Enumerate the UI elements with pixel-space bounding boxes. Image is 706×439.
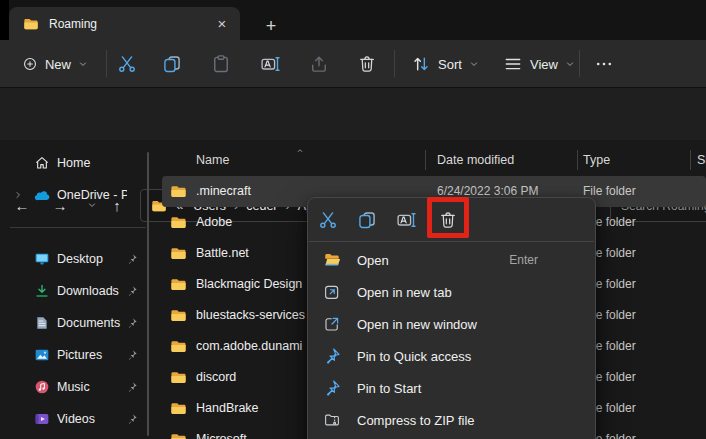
window-edge [0, 0, 9, 40]
music-icon [34, 379, 50, 395]
copy-icon [357, 210, 377, 230]
sidebar-item-label: Home [57, 147, 127, 179]
folder-icon [170, 400, 187, 417]
sidebar-item-label: Music [57, 371, 127, 403]
sidebar-item-onedrive-perso[interactable]: OneDrive - Perso [4, 179, 145, 211]
copy-icon [162, 54, 182, 74]
toolbar-divider [579, 50, 580, 77]
delete-button[interactable] [349, 48, 385, 80]
menu-item-label: Pin to Start [357, 381, 421, 396]
sort-arrows-icon [411, 54, 431, 74]
sidebar-item-label: Documents [57, 307, 127, 339]
sidebar-item-pictures[interactable]: Pictures [4, 339, 145, 371]
column-header-date-modified[interactable]: Date modified [437, 153, 514, 167]
sidebar-item-documents[interactable]: Documents [4, 307, 145, 339]
menu-item-label: Open in new window [357, 317, 477, 332]
folder-icon [170, 369, 187, 386]
pin-outline-icon [323, 379, 341, 397]
share-button[interactable] [301, 48, 337, 80]
sidebar-item-downloads[interactable]: Downloads [4, 275, 145, 307]
chevron-down-icon [565, 59, 575, 69]
pin-blue-icon [323, 347, 341, 365]
close-tab-icon[interactable]: × [210, 12, 234, 36]
onedrive-icon [34, 187, 50, 203]
menu-item-open[interactable]: OpenEnter [313, 244, 590, 276]
folder-icon [170, 338, 187, 355]
menu-item-open-in-new-tab[interactable]: Open in new tab [313, 276, 590, 308]
sidebar-item-music[interactable]: Music [4, 371, 145, 403]
toolbar-divider [394, 50, 395, 77]
new-button[interactable]: New [12, 48, 98, 80]
menu-item-pin-to-quick-access[interactable]: Pin to Quick access [313, 340, 590, 372]
folder-icon [170, 183, 187, 200]
folder-icon [170, 431, 187, 439]
pin-icon [126, 413, 138, 425]
sort-button[interactable]: Sort [403, 48, 487, 80]
file-name: discord [196, 362, 236, 393]
pin-icon [126, 253, 138, 265]
file-name: Battle.net [196, 238, 249, 269]
sidebar-item-videos[interactable]: Videos [4, 403, 145, 435]
annotation-highlight-box [427, 197, 469, 238]
menu-separator [309, 241, 594, 242]
documents-icon [34, 315, 50, 331]
folder-icon [170, 307, 187, 324]
view-button[interactable]: View [493, 48, 585, 80]
chevron-down-icon [469, 59, 479, 69]
column-header-name[interactable]: Name [196, 153, 229, 167]
address-row: ← → ↑ « Users›ceder›AppData›Roaming› [0, 88, 706, 140]
videos-icon [34, 411, 50, 427]
pin-icon [126, 317, 138, 329]
expand-chevron-icon[interactable] [13, 190, 23, 200]
sidebar-item-home[interactable]: Home [4, 147, 145, 179]
desktop-icon [34, 251, 50, 267]
more-dots-icon [594, 54, 614, 74]
menu-item-label: Open [357, 253, 389, 268]
column-divider[interactable] [425, 150, 426, 170]
sidebar-item-desktop[interactable]: Desktop [4, 243, 145, 275]
sort-ascending-icon [295, 147, 305, 154]
sidebar-item-label: Videos [57, 403, 127, 435]
tab-roaming[interactable]: Roaming × [9, 7, 240, 40]
file-name: HandBrake [196, 393, 259, 424]
cut-button[interactable] [109, 48, 145, 80]
column-header-type[interactable]: Type [583, 153, 610, 167]
copy-button[interactable] [154, 48, 190, 80]
pictures-icon [34, 347, 50, 363]
rename-button[interactable] [252, 48, 288, 80]
zip-icon [323, 411, 341, 429]
menu-item-label: Pin to Quick access [357, 349, 471, 364]
downloads-icon [34, 283, 50, 299]
menu-item-pin-to-start[interactable]: Pin to Start [313, 372, 590, 404]
view-lines-icon [503, 54, 523, 74]
pin-icon [126, 381, 138, 393]
context-copy-button[interactable] [350, 203, 384, 237]
column-divider[interactable] [577, 150, 578, 170]
sidebar-divider [10, 227, 146, 228]
file-name: com.adobe.dunami [196, 331, 302, 362]
share-icon [309, 54, 329, 74]
rename-icon [260, 54, 280, 74]
menu-item-compress-to-zip-file[interactable]: Compress to ZIP file [313, 404, 590, 436]
folder-icon [170, 245, 187, 262]
open-folder-icon [323, 251, 341, 269]
trash-icon [357, 54, 377, 74]
folder-icon [170, 276, 187, 293]
menu-item-open-in-new-window[interactable]: Open in new window [313, 308, 590, 340]
see-more-button[interactable] [587, 48, 621, 80]
cut-icon [117, 54, 137, 74]
open-new-window-icon [323, 315, 341, 333]
column-divider[interactable] [690, 150, 691, 170]
sort-button-label: Sort [438, 57, 462, 72]
column-header-size[interactable]: Size [697, 153, 706, 167]
file-name: bluestacks-services [196, 300, 305, 331]
paste-button[interactable] [203, 48, 239, 80]
rename-icon [396, 210, 416, 230]
sidebar-scrollbar[interactable] [147, 152, 149, 436]
context-cut-button[interactable] [311, 203, 345, 237]
tab-title: Roaming [49, 17, 210, 31]
sidebar-item-label: Desktop [57, 243, 127, 275]
context-rename-button[interactable] [389, 203, 423, 237]
toolbar-divider [106, 50, 107, 77]
new-tab-button[interactable]: + [258, 13, 284, 39]
